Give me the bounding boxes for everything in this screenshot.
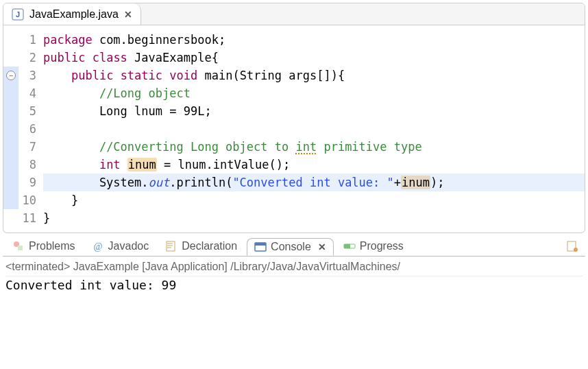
line-number: 5 (19, 102, 36, 120)
close-icon[interactable]: ✕ (124, 9, 132, 20)
line-number: 1 (19, 31, 36, 49)
gutter-marker (3, 174, 19, 191)
line-number: 9 (19, 174, 36, 191)
tab-label: Progress (360, 240, 404, 252)
line-number: 2 (19, 49, 36, 67)
gutter-marker (3, 191, 19, 209)
tab-progress[interactable]: Progress (336, 238, 411, 254)
svg-rect-9 (344, 244, 350, 248)
tab-javadoc[interactable]: @ Javadoc (85, 238, 156, 254)
code-line[interactable]: //Converting Long object to int primitiv… (43, 138, 585, 156)
console-icon (254, 241, 267, 253)
line-number: 6 (19, 120, 36, 138)
tab-filename: JavaExample.java (29, 8, 119, 21)
svg-point-11 (574, 248, 578, 252)
toolbar-icon[interactable] (566, 240, 578, 252)
gutter-marker (3, 31, 19, 49)
editor-tab[interactable]: J JavaExample.java ✕ (3, 3, 141, 25)
bottom-pane: Problems @ Javadoc Declaration Console ✕ (3, 236, 585, 295)
line-number: 11 (19, 209, 36, 227)
javadoc-icon: @ (92, 240, 104, 252)
code-area[interactable]: − 1234567891011 package com.beginnersboo… (3, 25, 585, 233)
svg-rect-3 (18, 246, 23, 250)
code-line[interactable]: System.out.println("Converted int value:… (43, 174, 585, 191)
line-number: 7 (19, 138, 36, 156)
line-number: 4 (19, 84, 36, 102)
code-line[interactable]: } (43, 191, 585, 209)
progress-icon (343, 240, 356, 252)
svg-text:J: J (16, 10, 20, 19)
gutter-marker (3, 84, 19, 102)
gutter-marker (3, 156, 19, 174)
code-line[interactable]: } (43, 209, 585, 227)
code-line[interactable]: package com.beginnersbook; (43, 31, 585, 49)
java-file-icon: J (12, 8, 24, 21)
code-line[interactable]: public class JavaExample{ (43, 49, 585, 67)
console-output: Converted int value: 99 (5, 276, 583, 294)
marker-column: − (3, 31, 19, 227)
tab-console[interactable]: Console ✕ (247, 238, 334, 256)
svg-rect-5 (167, 241, 175, 251)
tab-label: Console (271, 241, 311, 253)
code-line[interactable] (43, 120, 585, 138)
fold-icon[interactable]: − (6, 71, 16, 80)
gutter-marker (3, 49, 19, 67)
problems-icon (12, 240, 25, 252)
editor-pane: J JavaExample.java ✕ − 1234567891011 pac… (3, 3, 585, 233)
console-content: <terminated> JavaExample [Java Applicati… (3, 257, 585, 295)
line-number: 8 (19, 156, 36, 174)
editor-tab-bar: J JavaExample.java ✕ (3, 3, 585, 25)
gutter-marker (3, 102, 19, 120)
line-number: 3 (19, 67, 36, 84)
declaration-icon (165, 240, 177, 252)
tab-declaration[interactable]: Declaration (158, 238, 244, 254)
bottom-tab-bar: Problems @ Javadoc Declaration Console ✕ (3, 236, 585, 257)
tab-problems[interactable]: Problems (5, 238, 82, 254)
code-lines[interactable]: package com.beginnersbook;public class J… (40, 31, 585, 227)
console-status: <terminated> JavaExample [Java Applicati… (5, 258, 583, 276)
svg-text:@: @ (93, 241, 102, 252)
code-line[interactable]: Long lnum = 99L; (43, 102, 585, 120)
line-number: 10 (19, 191, 36, 209)
gutter-marker (3, 120, 19, 138)
close-icon[interactable]: ✕ (318, 241, 326, 252)
tab-label: Javadoc (108, 240, 149, 252)
gutter-marker (3, 209, 19, 227)
gutter-marker (3, 138, 19, 156)
code-line[interactable]: int inum = lnum.intValue(); (43, 156, 585, 174)
code-line[interactable]: public static void main(String args[]){ (43, 67, 585, 84)
line-number-gutter: 1234567891011 (19, 31, 40, 227)
tab-label: Declaration (182, 240, 237, 252)
gutter-marker: − (3, 67, 19, 84)
tab-label: Problems (29, 240, 75, 252)
svg-rect-7 (255, 243, 266, 246)
code-line[interactable]: //Long object (43, 84, 585, 102)
